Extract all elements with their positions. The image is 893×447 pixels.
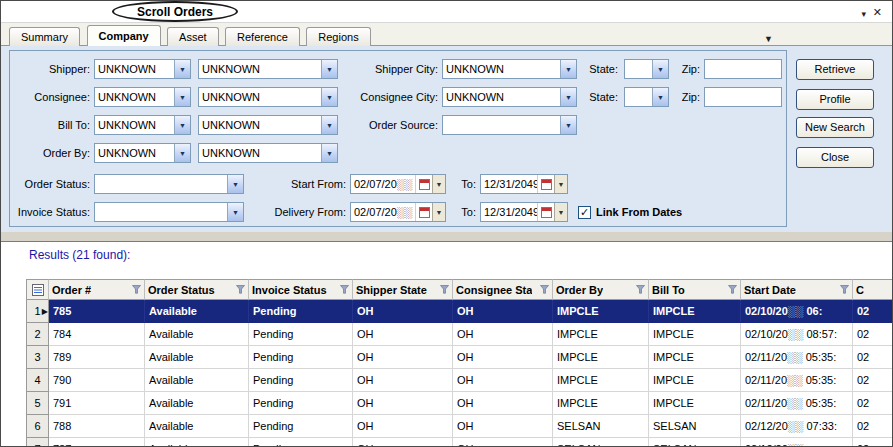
filter-icon[interactable] xyxy=(636,285,645,294)
date-dropdown-arrow-icon[interactable]: ▼ xyxy=(554,175,567,193)
col-header-c[interactable]: C xyxy=(853,279,892,300)
col-header-shipper-state[interactable]: Shipper State xyxy=(353,279,453,300)
dropdown-arrow-icon[interactable]: ▼ xyxy=(174,144,190,162)
grid-cell[interactable]: IMPCLE xyxy=(649,392,741,415)
grid-cell[interactable]: 784 xyxy=(49,323,145,346)
grid-cell[interactable]: IMPCLE xyxy=(553,392,649,415)
dropdown-arrow-icon[interactable]: ▼ xyxy=(560,116,576,134)
table-row[interactable]: 4 790 Available Pending OH OH IMPCLE IMP… xyxy=(26,369,892,392)
grid-cell[interactable]: OH xyxy=(353,346,453,369)
invoice-status-combo[interactable]: ▼ xyxy=(94,202,244,222)
row-number[interactable]: 5 xyxy=(26,392,49,415)
filter-icon[interactable] xyxy=(236,285,245,294)
tab-asset[interactable]: Asset xyxy=(167,27,219,46)
table-row[interactable]: 5 791 Available Pending OH OH IMPCLE IMP… xyxy=(26,392,892,415)
grid-cell[interactable]: SELSAN xyxy=(649,438,741,447)
table-row[interactable]: 2 784 Available Pending OH OH IMPCLE IMP… xyxy=(26,323,892,346)
dropdown-arrow-icon[interactable]: ▼ xyxy=(174,88,190,106)
grid-cell[interactable]: 788 xyxy=(49,415,145,438)
table-row[interactable]: 3 789 Available Pending OH OH IMPCLE IMP… xyxy=(26,346,892,369)
grid-cell[interactable]: 02 xyxy=(853,415,892,438)
grid-cell[interactable]: 02 xyxy=(853,369,892,392)
shipper-combo-1[interactable]: UNKNOWN ▼ xyxy=(94,59,191,79)
dropdown-arrow-icon[interactable]: ▼ xyxy=(174,116,190,134)
order-source-combo[interactable]: ▼ xyxy=(442,115,577,135)
dropdown-arrow-icon[interactable]: ▼ xyxy=(560,60,576,78)
dropdown-arrow-icon[interactable]: ▼ xyxy=(174,60,190,78)
filter-icon[interactable] xyxy=(540,285,549,294)
row-number[interactable]: 2 xyxy=(26,323,49,346)
grid-cell[interactable]: 02/11/20░░ 05:35: xyxy=(741,346,853,369)
dropdown-arrow-icon[interactable]: ▼ xyxy=(652,60,668,78)
dropdown-arrow-icon[interactable]: ▼ xyxy=(227,203,243,221)
start-to-date[interactable]: 12/31/2049 ▼ xyxy=(480,174,568,194)
order-by-combo-2[interactable]: UNKNOWN ▼ xyxy=(198,143,338,163)
window-dropdown-icon[interactable]: ▾ xyxy=(861,7,866,21)
grid-cell[interactable]: 02/12/20░░ 07:33: xyxy=(741,415,853,438)
row-number[interactable]: 4 xyxy=(26,369,49,392)
grid-cell[interactable]: 789 xyxy=(49,346,145,369)
consignee-city-combo[interactable]: UNKNOWN ▼ xyxy=(442,87,577,107)
date-dropdown-arrow-icon[interactable]: ▼ xyxy=(432,175,445,193)
grid-cell[interactable]: OH xyxy=(353,323,453,346)
grid-cell[interactable]: Available xyxy=(145,346,249,369)
tab-overflow-icon[interactable]: ▼ xyxy=(764,34,773,44)
grid-cell[interactable]: 791 xyxy=(49,392,145,415)
grid-cell[interactable]: OH xyxy=(453,369,553,392)
row-number[interactable]: 3 xyxy=(26,346,49,369)
date-dropdown-arrow-icon[interactable]: ▼ xyxy=(432,203,445,221)
calendar-icon[interactable] xyxy=(537,175,554,193)
filter-icon[interactable] xyxy=(340,285,349,294)
grid-cell[interactable]: OH xyxy=(353,438,453,447)
grid-cell[interactable]: Pending xyxy=(249,438,353,447)
grid-cell[interactable]: Pending xyxy=(249,300,353,323)
grid-cell[interactable]: 02 xyxy=(853,300,892,323)
grid-cell[interactable]: SELSAN xyxy=(553,438,649,447)
grid-cell[interactable]: 02 xyxy=(853,346,892,369)
grid-cell[interactable]: OH xyxy=(453,323,553,346)
filter-icon[interactable] xyxy=(132,285,141,294)
grid-cell[interactable]: Available xyxy=(145,369,249,392)
shipper-city-combo[interactable]: UNKNOWN ▼ xyxy=(442,59,577,79)
grid-cell[interactable]: IMPCLE xyxy=(553,300,649,323)
grid-cell[interactable]: SELSAN xyxy=(649,415,741,438)
dropdown-arrow-icon[interactable]: ▼ xyxy=(560,88,576,106)
row-number[interactable]: 6 xyxy=(26,415,49,438)
grid-cell[interactable]: OH xyxy=(353,369,453,392)
row-number[interactable]: 1▶ xyxy=(26,300,49,323)
grid-cell[interactable]: OH xyxy=(453,392,553,415)
order-by-combo-1[interactable]: UNKNOWN ▼ xyxy=(94,143,191,163)
grid-cell[interactable]: Available xyxy=(145,300,249,323)
dropdown-arrow-icon[interactable]: ▼ xyxy=(321,144,337,162)
consignee-zip-input[interactable] xyxy=(704,87,782,107)
grid-cell[interactable]: OH xyxy=(353,300,453,323)
col-header-order-by[interactable]: Order By xyxy=(553,279,649,300)
retrieve-button[interactable]: Retrieve xyxy=(796,59,874,80)
grid-cell[interactable]: IMPCLE xyxy=(649,369,741,392)
grid-cell[interactable]: 02 xyxy=(853,392,892,415)
table-row[interactable]: 1▶ 785 Available Pending OH OH IMPCLE IM… xyxy=(26,300,892,323)
new-search-button[interactable]: New Search xyxy=(796,117,874,138)
col-header-bill-to[interactable]: Bill To xyxy=(649,279,741,300)
grid-cell[interactable]: Pending xyxy=(249,323,353,346)
grid-cell[interactable]: OH xyxy=(353,415,453,438)
grid-cell[interactable]: 785 xyxy=(49,300,145,323)
table-row[interactable]: 7 787 Available Pending OH OH SELSAN SEL… xyxy=(26,438,892,447)
start-from-date[interactable]: 02/07/20░░ ▼ xyxy=(350,174,446,194)
col-header-start-date[interactable]: Start Date xyxy=(741,279,853,300)
dropdown-arrow-icon[interactable]: ▼ xyxy=(652,88,668,106)
consignee-state-combo[interactable]: ▼ xyxy=(624,87,669,107)
grid-cell[interactable]: OH xyxy=(353,392,453,415)
grid-cell[interactable]: OH xyxy=(453,438,553,447)
grid-cell[interactable]: IMPCLE xyxy=(649,300,741,323)
delivery-to-date[interactable]: 12/31/2049 ▼ xyxy=(480,202,568,222)
col-header-order-number[interactable]: Order # xyxy=(49,279,145,300)
grid-cell[interactable]: OH xyxy=(453,346,553,369)
grid-cell[interactable]: 02/11/20░░ 05:35: xyxy=(741,392,853,415)
grid-cell[interactable]: IMPCLE xyxy=(553,346,649,369)
grid-cell[interactable]: 02/10/20░░ 06: xyxy=(741,300,853,323)
date-dropdown-arrow-icon[interactable]: ▼ xyxy=(554,203,567,221)
close-button[interactable]: Close xyxy=(796,147,874,168)
grid-cell[interactable]: 02/11/20░░ 05:35: xyxy=(741,369,853,392)
filter-icon[interactable] xyxy=(728,285,737,294)
